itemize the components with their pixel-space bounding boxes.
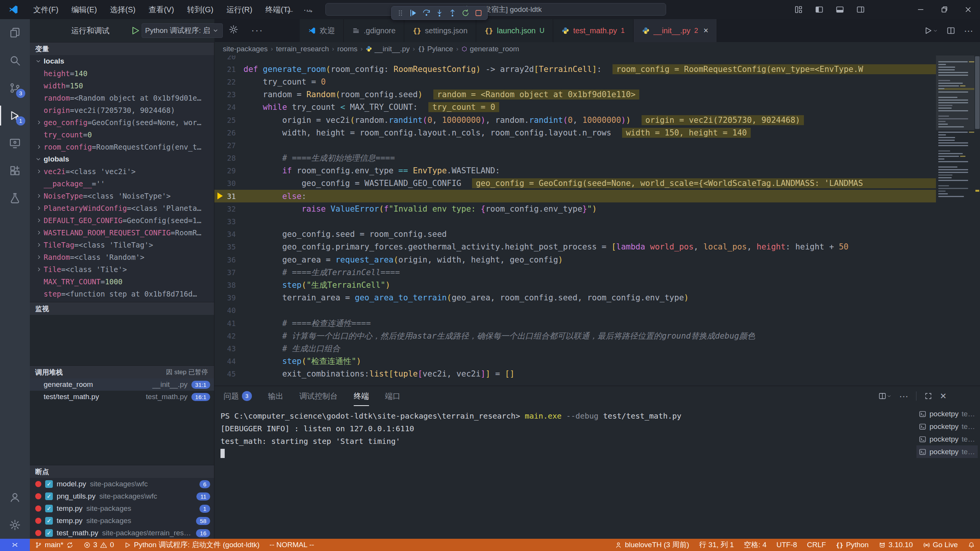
checkbox-checked[interactable]: ✓	[45, 492, 53, 500]
terminal-list-item[interactable]: pocketpyte…	[916, 408, 978, 420]
code-line-28[interactable]: 28 # ====生成初始地理信息====	[214, 152, 936, 165]
split-editor-icon[interactable]	[946, 26, 956, 35]
activity-search[interactable]	[0, 47, 30, 74]
variable-row[interactable]: Tile = <class 'Tile'>	[30, 263, 214, 276]
breakpoint-row[interactable]: ✓png_utils.pysite-packages\wfc11	[30, 490, 214, 502]
code-line-26[interactable]: 26 width, height = room_config.layout.n_…	[214, 126, 936, 139]
run-python-button[interactable]	[924, 26, 938, 35]
terminal-list-item[interactable]: pocketpyte…	[916, 445, 978, 458]
debug-restart-button[interactable]	[460, 7, 471, 19]
stack-frame[interactable]: test/test_math.pytest_math.py16:1	[30, 391, 214, 403]
breakpoint-row[interactable]: ✓temp.pysite-packages58	[30, 515, 214, 527]
breadcrumb-item[interactable]: rooms	[337, 45, 358, 53]
code-line-27[interactable]: 27	[214, 139, 936, 152]
menu-item[interactable]: 查看(V)	[142, 0, 181, 19]
debug-step-into-button[interactable]	[434, 7, 445, 19]
forward-icon[interactable]: →	[305, 4, 314, 15]
minimap[interactable]	[936, 55, 974, 386]
activity-explorer[interactable]	[0, 19, 30, 47]
variable-row[interactable]: origin = vec2i(7205730, 9024468)	[30, 104, 214, 116]
variable-row[interactable]: MAX_TRY_COUNT = 1000	[30, 276, 214, 288]
menu-item[interactable]: 文件(F)	[27, 0, 65, 19]
editor-scrollbar[interactable]	[975, 56, 980, 129]
panel-tab-输出[interactable]: 输出	[268, 386, 283, 406]
status-indentation[interactable]: 空格: 4	[739, 539, 771, 551]
customize-layout-icon[interactable]	[794, 5, 803, 14]
maximize-panel-icon[interactable]	[924, 392, 933, 400]
status-interpreter[interactable]: 3.10.10	[874, 539, 918, 551]
terminal-list-item[interactable]: pocketpyte…	[916, 433, 978, 445]
status-language[interactable]: {}Python	[831, 539, 874, 551]
activity-source-control[interactable]: 3	[0, 74, 30, 102]
variable-row[interactable]: DEFAULT_GEO_CONFIG = GeoConfig(seed=1…	[30, 214, 214, 227]
status-cursor-position[interactable]: 行 31, 列 1	[694, 539, 739, 551]
panel-tab-端口[interactable]: 端口	[385, 386, 400, 406]
start-debug-button[interactable]	[130, 25, 141, 36]
breadcrumb-item[interactable]: terrain_research	[276, 45, 329, 53]
variable-row[interactable]: TileTag = <class 'TileTag'>	[30, 239, 214, 251]
variable-group-globals[interactable]: globals	[30, 153, 214, 165]
menu-item[interactable]: 运行(R)	[220, 0, 259, 19]
toggle-panel-icon[interactable]	[835, 5, 844, 14]
tab-.gdignore[interactable]: .gdignore	[344, 19, 404, 42]
variable-row[interactable]: step = <function step at 0x1bf8d716d…	[30, 288, 214, 300]
code-line-40[interactable]: 40	[214, 304, 936, 317]
status-author[interactable]: blueloveTH (3 周前)	[610, 539, 694, 551]
debug-step-out-button[interactable]	[447, 7, 458, 19]
panel-tab-问题[interactable]: 问题3	[224, 386, 252, 406]
stack-frame[interactable]: generate_room__init__.py31:1	[30, 378, 214, 391]
tab-test_math.py[interactable]: test_math.py1	[553, 19, 634, 42]
restore-button[interactable]	[933, 0, 956, 19]
code-line-43[interactable]: 43 # 生成出口组合	[214, 342, 936, 355]
minimap-slider[interactable]	[936, 55, 974, 130]
code-line-33[interactable]: 33	[214, 215, 936, 228]
status-vim-mode[interactable]: -- NORMAL --	[265, 539, 319, 551]
status-problems[interactable]: 30	[78, 539, 119, 551]
more-actions-icon[interactable]: ···	[251, 24, 266, 36]
section-call-stack[interactable]: 调用堆栈 因 step 已暂停	[30, 365, 214, 378]
debug-config-dropdown[interactable]: Python 调试程序: 启	[142, 23, 223, 38]
variable-row[interactable]: PlanetaryWindConfig = <class 'Planeta…	[30, 202, 214, 214]
menu-item[interactable]: 编辑(E)	[65, 0, 104, 19]
debug-settings-gear-icon[interactable]	[229, 24, 238, 34]
code-line-41[interactable]: 41 # ====检查连通性====	[214, 317, 936, 329]
activity-run-debug[interactable]: 1	[0, 102, 30, 129]
activity-testing[interactable]	[0, 184, 30, 212]
variable-row[interactable]: random = <Random object at 0x1bf9d01e…	[30, 92, 214, 104]
more-actions-icon[interactable]: ···	[899, 391, 908, 401]
breakpoint-row[interactable]: ✓test_math.pysite-packages\terrain_res…1…	[30, 527, 214, 539]
status-eol[interactable]: CRLF	[802, 539, 831, 551]
remote-indicator[interactable]	[0, 539, 30, 551]
close-panel-icon[interactable]: ×	[940, 390, 946, 402]
variable-group-locals[interactable]: locals	[30, 55, 214, 67]
status-notifications[interactable]	[963, 539, 980, 551]
section-variables[interactable]: 变量	[30, 42, 214, 55]
toggle-secondary-sidebar-icon[interactable]	[856, 5, 865, 14]
code-line-31[interactable]: 31 else:	[214, 190, 936, 202]
variable-row[interactable]: room_config = RoomRequestConfig(env_t…	[30, 141, 214, 153]
code-line-22[interactable]: 22 try_count = 0	[214, 75, 936, 88]
activity-extensions[interactable]	[0, 157, 30, 184]
code-line-39[interactable]: 39 terrain_area = geo_area_to_terrain(ge…	[214, 292, 936, 304]
code-line-42[interactable]: 42 # 计算每一个出口的中心，然后使用astar生成路径，确保每一个出口组合都…	[214, 329, 936, 342]
toggle-sidebar-icon[interactable]	[815, 5, 824, 14]
more-actions-icon[interactable]: ···	[964, 25, 973, 36]
terminal-list-item[interactable]: pocketpyte…	[916, 420, 978, 433]
code-line-32[interactable]: 32 raise ValueError(f"Invalid env type: …	[214, 202, 936, 215]
breadcrumb-item[interactable]: generate_room	[461, 45, 519, 53]
back-icon[interactable]: ←	[285, 4, 295, 15]
code-line-34[interactable]: 34 geo_config.seed = room_config.seed	[214, 228, 936, 241]
code-line-20[interactable]: 20	[214, 55, 936, 63]
breakpoint-row[interactable]: ✓model.pysite-packages\wfc6	[30, 478, 214, 490]
code-line-24[interactable]: 24 while try_count < MAX_TRY_COUNT:try_c…	[214, 101, 936, 114]
variable-row[interactable]: geo_config = GeoConfig(seed=None, wor…	[30, 116, 214, 129]
close-button[interactable]	[956, 0, 980, 19]
debug-step-over-button[interactable]	[421, 7, 432, 19]
checkbox-checked[interactable]: ✓	[45, 505, 53, 512]
breadcrumb-item[interactable]: __init__.py	[366, 45, 410, 53]
code-line-35[interactable]: 35 geo_config.primary_forces.geothermal_…	[214, 241, 936, 253]
breadcrumb-item[interactable]: {}Pylance	[418, 45, 453, 53]
activity-remote-explorer[interactable]	[0, 129, 30, 157]
code-line-44[interactable]: 44 step("检查连通性")	[214, 355, 936, 368]
code-editor[interactable]: 2021def generate_room(room_config: RoomR…	[214, 55, 980, 386]
